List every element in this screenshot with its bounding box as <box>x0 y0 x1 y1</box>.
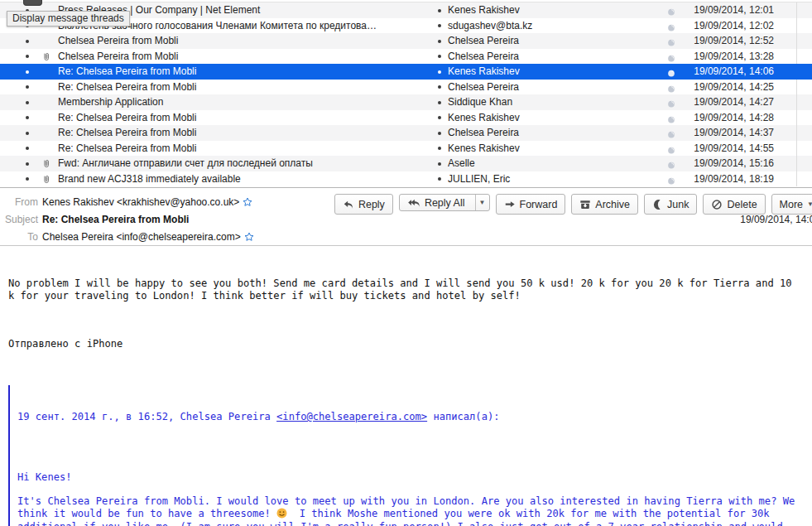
junk-button[interactable]: Junk <box>644 194 697 215</box>
chevron-down-icon: ▼ <box>479 200 486 206</box>
archive-icon <box>579 199 591 210</box>
row-subject: Brand new ACJ318 immediately available <box>58 171 427 187</box>
sender-unread-dot <box>438 40 441 43</box>
tooltip-text: Display message threads <box>12 12 124 24</box>
row-date: 19/09/2014, 14:27 <box>680 94 774 110</box>
unread-dot <box>26 177 29 181</box>
junk-label: Junk <box>667 199 689 210</box>
quoted-message: 19 сент. 2014 г., в 16:52, Chelsea Perei… <box>8 385 812 526</box>
message-list-row[interactable]: Chelsea Pereira from Mobli Chelsea Perei… <box>0 33 812 49</box>
row-subject: Re: Chelsea Pereira from Mobli <box>58 64 427 80</box>
more-button[interactable]: More ▼ <box>771 194 812 215</box>
sender-unread-dot <box>438 147 441 150</box>
quote-body: Hi Kenes! It's Chelsea Pereira from Mobl… <box>17 471 812 526</box>
message-list-row[interactable]: Brand new ACJ318 immediately available J… <box>0 171 812 187</box>
row-subject: Re: Chelsea Pereira from Mobli <box>58 141 427 157</box>
message-list-row[interactable]: Re: Chelsea Pereira from Mobli Kenes Rak… <box>0 110 812 126</box>
row-sender: Kenes Rakishev <box>448 2 659 18</box>
message-list-row[interactable]: Membership Application Siddique Khan 19/… <box>0 94 812 110</box>
unread-dot <box>26 132 29 135</box>
archive-button[interactable]: Archive <box>571 194 638 215</box>
row-subject: Chelsea Pereira from Mobli <box>58 49 427 65</box>
smiley-emoji-icon <box>276 508 287 522</box>
unread-dot <box>26 40 29 43</box>
unread-dot <box>26 116 29 119</box>
sender-unread-dot <box>438 116 441 119</box>
star-icon[interactable] <box>244 232 254 244</box>
junk-icon <box>652 199 663 210</box>
row-date: 19/09/2014, 12:02 <box>680 18 774 34</box>
message-list-row[interactable]: Chelsea Pereira from Mobli Chelsea Perei… <box>0 49 812 65</box>
message-list-row[interactable]: Re: Chelsea Pereira from Mobli Chelsea P… <box>0 125 812 141</box>
subject-value: Re: Chelsea Pereira from Mobli <box>42 214 189 225</box>
row-sender: Siddique Khan <box>448 94 659 110</box>
message-list-row[interactable]: Re: Chelsea Pereira from Mobli Kenes Rak… <box>0 141 812 157</box>
reply-label: Reply <box>358 199 385 210</box>
row-sender: Kenes Rakishev <box>448 141 659 157</box>
star-icon[interactable] <box>243 197 252 210</box>
from-value: Kenes Rakishev <krakhishev@yahoo.co.uk> <box>42 196 239 208</box>
quote-attribution-post: написал(а): <box>427 411 499 422</box>
message-header-pane: FromKenes Rakishev <krakhishev@yahoo.co.… <box>0 187 812 246</box>
sender-unread-dot <box>438 132 441 135</box>
row-sender: Kenes Rakishev <box>448 64 659 80</box>
reply-all-button[interactable]: Reply All ▼ <box>399 194 490 211</box>
row-date: 19/09/2014, 13:28 <box>680 49 774 65</box>
reply-all-dropdown[interactable]: ▼ <box>475 195 489 210</box>
delete-button[interactable]: Delete <box>703 194 765 215</box>
row-date: 19/09/2014, 14:28 <box>680 110 774 126</box>
unread-dot <box>26 85 29 89</box>
row-sender: JULLIEN, Eric <box>448 171 659 187</box>
archive-label: Archive <box>595 199 630 210</box>
sender-unread-dot <box>438 101 441 104</box>
toolbar-button-partial[interactable] <box>23 0 42 6</box>
message-list-row[interactable]: Fwd: Англичане отправили счет для послед… <box>0 156 812 171</box>
row-sender: Chelsea Pereira <box>448 125 659 141</box>
message-list[interactable]: Press Releases | Our Company | Net Eleme… <box>0 2 812 186</box>
row-date: 19/09/2014, 12:52 <box>680 33 774 49</box>
message-list-row[interactable]: Re: Chelsea Pereira from Mobli Kenes Rak… <box>0 64 812 80</box>
unread-dot <box>26 55 29 58</box>
row-sender: sdugashev@bta.kz <box>448 18 659 34</box>
row-date: 19/09/2014, 14:37 <box>680 125 774 141</box>
row-subject: Membership Application <box>58 94 427 110</box>
message-date: 19/09/2014, 14:06 <box>740 214 812 225</box>
forward-icon <box>504 199 516 210</box>
to-label: To <box>0 231 38 243</box>
message-list-row[interactable]: Re: Chelsea Pereira from Mobli Chelsea P… <box>0 80 812 95</box>
row-subject: Re: Chelsea Pereira from Mobli <box>58 125 427 141</box>
sender-unread-dot <box>438 85 441 89</box>
sender-unread-dot <box>438 70 441 74</box>
row-sender: Aselle <box>448 156 659 171</box>
to-row: ToChelsea Pereira <info@chelseapereira.c… <box>0 231 254 243</box>
row-subject: Fwd: Англичане отправили счет для послед… <box>58 156 427 171</box>
reply-all-main[interactable]: Reply All <box>400 195 471 210</box>
more-label: More <box>780 199 803 210</box>
subject-label: Subject <box>0 214 38 225</box>
row-subject: Re: Chelsea Pereira from Mobli <box>58 110 427 126</box>
row-sender: Chelsea Pereira <box>448 33 659 49</box>
row-date: 19/09/2014, 15:16 <box>680 156 774 171</box>
sent-from-signature: Отправлено с iPhone <box>8 338 812 350</box>
reply-all-icon <box>407 197 420 209</box>
row-subject: Re: Chelsea Pereira from Mobli <box>58 80 427 95</box>
row-date: 19/09/2014, 14:25 <box>680 80 774 95</box>
unread-dot <box>26 147 29 150</box>
unread-dot <box>26 162 29 166</box>
mail-app-window: Press Releases | Our Company | Net Eleme… <box>0 0 812 526</box>
reply-button[interactable]: Reply <box>334 194 393 215</box>
sender-unread-dot <box>438 162 441 166</box>
sender-unread-dot <box>438 9 441 12</box>
sender-unread-dot <box>438 55 441 58</box>
from-label: From <box>0 196 38 208</box>
email-link[interactable]: <info@chelseapereira.com> <box>276 411 427 422</box>
sender-unread-dot <box>438 177 441 181</box>
from-row: FromKenes Rakishev <krakhishev@yahoo.co.… <box>0 196 252 208</box>
quote-attribution: 19 сент. 2014 г., в 16:52, Chelsea Perei… <box>17 411 812 423</box>
tooltip-display-message-threads: Display message threads <box>7 11 130 27</box>
delete-label: Delete <box>727 199 757 210</box>
quote-attribution-pre: 19 сент. 2014 г., в 16:52, Chelsea Perei… <box>17 411 276 422</box>
unread-dot <box>26 70 29 74</box>
body-paragraph: No problem I will be happy to see you bo… <box>8 277 812 302</box>
forward-button[interactable]: Forward <box>496 194 566 215</box>
